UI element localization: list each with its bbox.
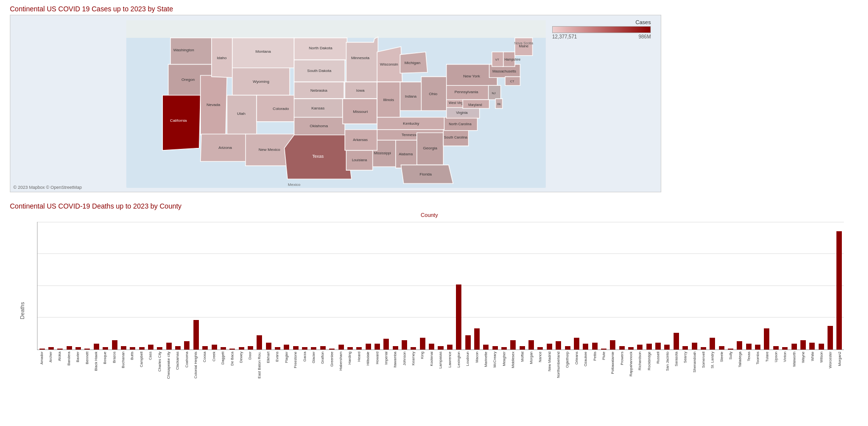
x-label-item: Middlesex — [509, 352, 518, 408]
bar-group — [554, 222, 563, 350]
x-label-item: Talladega — [735, 352, 744, 408]
x-label-item: Grafton — [318, 352, 327, 408]
x-label-item: Hillsdale — [364, 352, 373, 408]
x-label-text: Atoka — [57, 352, 62, 361]
bar — [393, 346, 398, 350]
x-label-text: Hillsdale — [366, 352, 370, 365]
svg-text:New Mexico: New Mexico — [259, 147, 280, 152]
bar — [121, 346, 126, 350]
bar-group — [572, 222, 581, 350]
bar-group — [255, 222, 264, 350]
svg-text:Mexico: Mexico — [288, 182, 301, 187]
x-label-text: Rockbridge — [647, 352, 651, 370]
bar-group — [119, 222, 128, 350]
bar-group — [373, 222, 381, 350]
x-label-text: New Madrid — [547, 352, 552, 371]
x-label-item: Habersham — [336, 352, 345, 408]
bar-group — [445, 222, 454, 350]
x-label-text: Freestone — [293, 352, 298, 368]
svg-text:Kentucky: Kentucky — [403, 121, 419, 126]
x-label-item: Ozaukee — [581, 352, 590, 408]
bar-group — [599, 222, 608, 350]
x-label-item: Tulare — [762, 352, 771, 408]
x-label-text: Tulare — [765, 352, 769, 362]
bar-group — [617, 222, 626, 350]
x-label-item: New Madrid — [545, 352, 554, 408]
x-label-item: Glacier — [309, 352, 318, 408]
x-label-text: Creek — [212, 352, 216, 361]
bar — [755, 345, 760, 350]
bar-group — [273, 222, 282, 350]
bar-group — [237, 222, 246, 350]
x-label-text: Amador — [39, 352, 44, 364]
x-label-item: Black Hawk — [91, 352, 100, 408]
bar — [347, 347, 353, 350]
svg-text:Washington: Washington — [173, 48, 194, 52]
svg-text:Iowa: Iowa — [356, 88, 365, 93]
bar-group — [491, 222, 499, 350]
bar — [610, 340, 615, 350]
bar — [692, 343, 697, 350]
bar — [157, 347, 162, 350]
bar-group — [56, 222, 65, 350]
bar — [809, 343, 815, 350]
bar — [565, 346, 570, 350]
bar — [520, 346, 525, 350]
bar — [592, 343, 598, 350]
x-label-text: Russell — [656, 352, 660, 364]
bar — [103, 347, 108, 350]
bar-group — [128, 222, 137, 350]
bar — [438, 346, 443, 350]
bar — [402, 340, 407, 350]
x-label-text: Lexington — [456, 352, 461, 368]
bar-group — [663, 222, 672, 350]
x-label-text: Greenlee — [330, 352, 334, 367]
x-label-item: Meagher — [499, 352, 508, 408]
x-label-item: Brazos — [110, 352, 118, 408]
x-label-text: Johnson — [402, 352, 407, 365]
page-container: Continental US COVID 19 Cases up to 2023… — [0, 0, 868, 419]
x-label-item: Pottawatamie — [608, 352, 617, 408]
bar — [637, 345, 642, 350]
x-label-text: Lampasas — [438, 352, 443, 369]
x-label-text: Northumberland — [556, 352, 561, 378]
chart-y-axis-title: Deaths — [19, 302, 25, 320]
x-label-item: Richardson — [636, 352, 644, 408]
x-label-text: Ozaukee — [583, 352, 588, 366]
bar — [456, 284, 461, 350]
bar-group — [817, 222, 826, 350]
chart-title: Continental US COVID-19 Deaths up to 202… — [10, 202, 858, 210]
x-label-text: Archer — [48, 352, 53, 362]
bar-group — [110, 222, 119, 350]
bar-group — [364, 222, 373, 350]
x-label-item: Moffat — [518, 352, 527, 408]
x-label-item: Freestone — [291, 352, 300, 408]
bar-group — [191, 222, 200, 350]
x-label-item: Loudoun — [463, 352, 472, 408]
x-label-item: Clackamas — [173, 352, 182, 408]
x-label-item: Lawrence — [445, 352, 454, 408]
bar — [701, 347, 706, 350]
svg-text:Louisiana: Louisiana — [352, 158, 367, 162]
bar-group — [590, 222, 599, 350]
bar-group — [790, 222, 798, 350]
svg-text:Mississippi: Mississippi — [374, 151, 391, 155]
x-label-text: Elkhart — [266, 352, 270, 363]
svg-text:Montana: Montana — [256, 49, 271, 54]
bar — [682, 346, 688, 350]
x-label-item: Steele — [717, 352, 726, 408]
x-label-item: Flagler — [282, 352, 291, 408]
svg-text:Oklahoma: Oklahoma — [310, 124, 328, 128]
bar — [510, 340, 516, 350]
x-label-text: Heard — [357, 352, 361, 361]
bar-group — [264, 222, 273, 350]
x-label-text: Middlesex — [511, 352, 515, 368]
chart-plot-area: 3M 2M 1M 0M — [37, 222, 844, 350]
bar-group — [762, 222, 771, 350]
x-label-text: De Baca — [230, 352, 234, 366]
svg-text:NJ: NJ — [492, 91, 496, 95]
x-label-item: Howard — [373, 352, 381, 408]
x-label-text: Door — [248, 352, 252, 359]
svg-text:Wisconsin: Wisconsin — [380, 62, 398, 67]
x-label-item: Harding — [345, 352, 354, 408]
